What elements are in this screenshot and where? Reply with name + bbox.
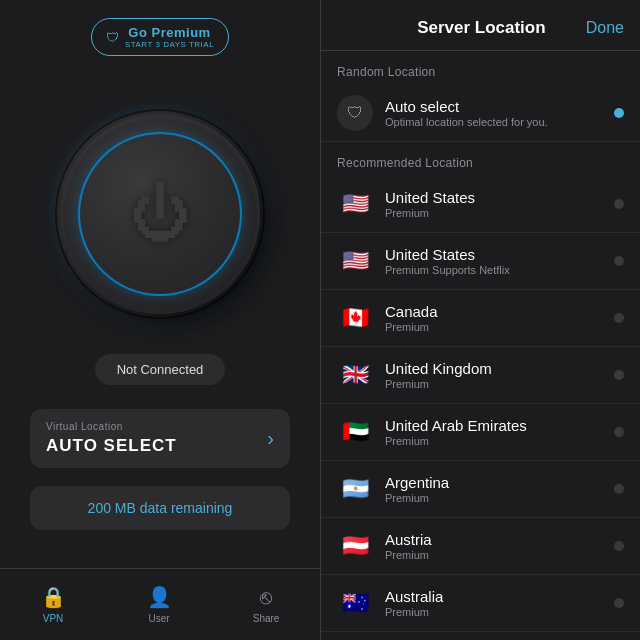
nav-item-share[interactable]: ⎋ Share (253, 586, 280, 624)
server-name: United States (385, 189, 614, 206)
random-location-header: Random Location (321, 51, 640, 85)
left-panel: 🛡 Go Premium START 3 DAYS TRIAL ⏻ Not Co… (0, 0, 320, 640)
server-item[interactable]: 🇦🇪United Arab EmiratesPremium (321, 404, 640, 461)
auto-select-sub: Optimal location selected for you. (385, 116, 614, 128)
recommended-location-header: Recommended Location (321, 142, 640, 176)
shield-icon: 🛡 (106, 30, 119, 45)
virtual-location-value: AUTO SELECT (46, 436, 177, 456)
data-remaining-box[interactable]: 200 MB data remaining (30, 486, 290, 530)
connection-status-text: Not Connected (117, 362, 204, 377)
server-name: Canada (385, 303, 614, 320)
server-sub: Premium (385, 378, 614, 390)
server-sub: Premium (385, 321, 614, 333)
auto-select-info: Auto select Optimal location selected fo… (385, 98, 614, 128)
server-location-title: Server Location (377, 18, 586, 38)
server-rows-container: 🇺🇸United StatesPremium🇺🇸United StatesPre… (321, 176, 640, 632)
server-flag: 🇺🇸 (337, 243, 373, 279)
auto-select-name: Auto select (385, 98, 614, 115)
server-dot (614, 427, 624, 437)
server-name: Austria (385, 531, 614, 548)
server-item[interactable]: 🇺🇸United StatesPremium (321, 176, 640, 233)
power-button-area[interactable]: ⏻ (50, 104, 270, 324)
server-dot (614, 256, 624, 266)
server-item[interactable]: 🇦🇷ArgentinaPremium (321, 461, 640, 518)
virtual-location-box[interactable]: Virtual Location AUTO SELECT › (30, 409, 290, 468)
server-info: United StatesPremium (385, 189, 614, 219)
chevron-right-icon: › (267, 427, 274, 450)
auto-select-dot (614, 108, 624, 118)
server-info: ArgentinaPremium (385, 474, 614, 504)
right-panel: Server Location Done Random Location 🛡 A… (320, 0, 640, 640)
go-premium-button[interactable]: 🛡 Go Premium START 3 DAYS TRIAL (91, 18, 229, 56)
server-dot (614, 598, 624, 608)
server-dot (614, 541, 624, 551)
auto-select-icon: 🛡 (337, 95, 373, 131)
server-info: AustraliaPremium (385, 588, 614, 618)
nav-label-user: User (149, 613, 170, 624)
server-item[interactable]: 🇨🇦CanadaPremium (321, 290, 640, 347)
server-flag: 🇦🇺 (337, 585, 373, 621)
bottom-navigation: 🔒 VPN 👤 User ⎋ Share (0, 568, 320, 640)
server-sub: Premium (385, 606, 614, 618)
premium-main-label: Go Premium (128, 25, 210, 40)
server-name: Argentina (385, 474, 614, 491)
server-dot (614, 484, 624, 494)
power-ring (80, 134, 240, 294)
nav-label-share: Share (253, 613, 280, 624)
lock-icon: 🔒 (41, 585, 66, 609)
server-flag: 🇦🇷 (337, 471, 373, 507)
server-list: Random Location 🛡 Auto select Optimal lo… (321, 51, 640, 640)
server-dot (614, 199, 624, 209)
server-name: United Kingdom (385, 360, 614, 377)
share-icon: ⎋ (260, 586, 272, 609)
server-flag: 🇦🇪 (337, 414, 373, 450)
server-dot (614, 370, 624, 380)
server-flag: 🇬🇧 (337, 357, 373, 393)
server-sub: Premium (385, 435, 614, 447)
server-item[interactable]: 🇦🇺AustraliaPremium (321, 575, 640, 632)
virtual-location-info: Virtual Location AUTO SELECT (46, 421, 177, 456)
virtual-location-label: Virtual Location (46, 421, 177, 432)
nav-label-vpn: VPN (43, 613, 64, 624)
server-name: Australia (385, 588, 614, 605)
premium-text-group: Go Premium START 3 DAYS TRIAL (125, 25, 214, 49)
server-info: United Arab EmiratesPremium (385, 417, 614, 447)
nav-item-vpn[interactable]: 🔒 VPN (41, 585, 66, 624)
server-item[interactable]: 🇦🇹AustriaPremium (321, 518, 640, 575)
nav-item-user[interactable]: 👤 User (147, 585, 172, 624)
auto-select-item[interactable]: 🛡 Auto select Optimal location selected … (321, 85, 640, 142)
server-flag: 🇨🇦 (337, 300, 373, 336)
server-item[interactable]: 🇬🇧United KingdomPremium (321, 347, 640, 404)
premium-sub-label: START 3 DAYS TRIAL (125, 40, 214, 49)
server-sub: Premium (385, 492, 614, 504)
done-button[interactable]: Done (586, 19, 624, 37)
server-info: United KingdomPremium (385, 360, 614, 390)
right-header: Server Location Done (321, 0, 640, 51)
server-item[interactable]: 🇺🇸United StatesPremium Supports Netflix (321, 233, 640, 290)
server-flag: 🇺🇸 (337, 186, 373, 222)
connection-status-badge: Not Connected (95, 354, 226, 385)
server-info: United StatesPremium Supports Netflix (385, 246, 614, 276)
data-remaining-text: 200 MB data remaining (88, 500, 233, 516)
server-sub: Premium (385, 549, 614, 561)
power-button[interactable]: ⏻ (60, 114, 260, 314)
server-sub: Premium Supports Netflix (385, 264, 614, 276)
user-icon: 👤 (147, 585, 172, 609)
server-info: AustriaPremium (385, 531, 614, 561)
server-name: United States (385, 246, 614, 263)
server-sub: Premium (385, 207, 614, 219)
server-name: United Arab Emirates (385, 417, 614, 434)
server-flag: 🇦🇹 (337, 528, 373, 564)
server-dot (614, 313, 624, 323)
server-info: CanadaPremium (385, 303, 614, 333)
